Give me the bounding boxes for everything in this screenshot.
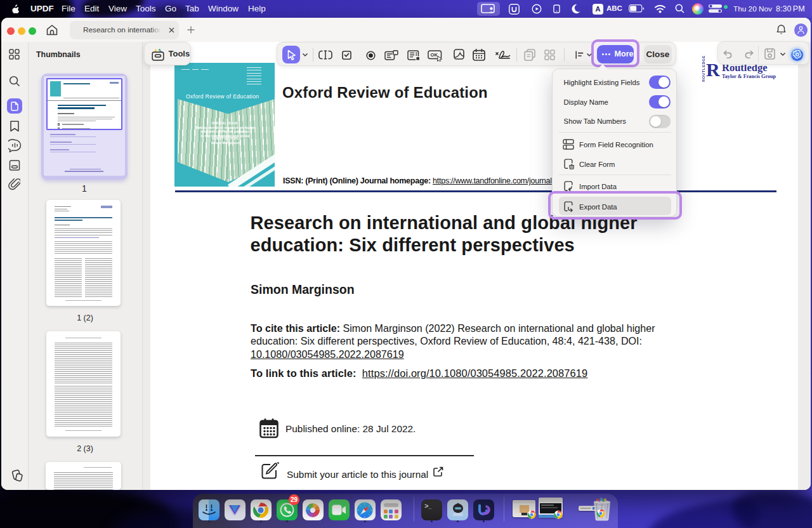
svg-text:OK: OK (431, 52, 438, 58)
